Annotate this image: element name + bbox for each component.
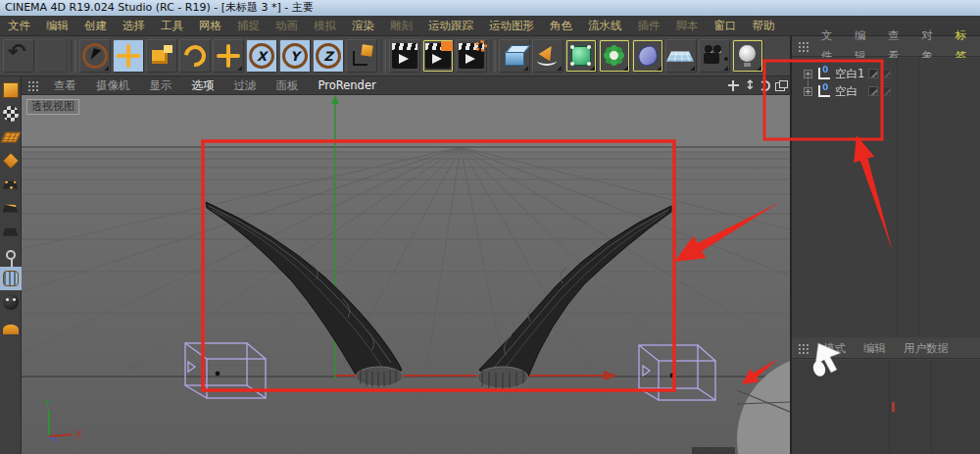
lt-makeeditable-icon[interactable] [0, 78, 22, 102]
menu-item[interactable]: 角色 [542, 16, 580, 36]
menu-item[interactable]: 选择 [115, 16, 153, 36]
spline-pen-icon[interactable] [532, 39, 564, 73]
menu-item[interactable]: 工具 [153, 16, 191, 36]
lt-snap-icon[interactable] [0, 290, 22, 314]
null-cube-right[interactable] [639, 345, 715, 400]
viewport-menu-item[interactable]: 摄像机 [86, 76, 140, 95]
mograph-icon[interactable] [599, 39, 630, 73]
render-view-icon[interactable] [389, 39, 420, 73]
menu-item[interactable]: 模拟 [306, 16, 344, 36]
viewport-menu-item[interactable]: 选项 [182, 76, 224, 95]
menu-item[interactable]: 运动跟踪 [420, 16, 481, 36]
lt-locked-icon[interactable] [0, 314, 22, 337]
render-settings-icon[interactable] [456, 39, 487, 73]
primitive-cube-icon[interactable] [499, 39, 530, 73]
null-cube-left[interactable] [185, 343, 266, 398]
menu-item[interactable]: 插件 [630, 16, 668, 36]
redo-icon[interactable] [36, 39, 68, 73]
panel-handle-icon[interactable] [798, 41, 808, 52]
z-axis-button[interactable]: Z [313, 39, 344, 73]
menu-item[interactable]: 帮助 [745, 16, 783, 36]
column-separator [897, 58, 898, 337]
light-icon[interactable] [732, 39, 763, 73]
select-arrow-icon[interactable] [79, 39, 111, 73]
menu-item[interactable]: 编辑 [38, 16, 76, 36]
null-center-dot [670, 374, 675, 378]
attribute-manager-menu-item[interactable]: 用户数据 [895, 338, 957, 359]
visibility-toggle-icon[interactable] [881, 69, 891, 78]
column-separator [889, 360, 890, 454]
y-axis-button[interactable]: Y [279, 39, 311, 73]
menu-item[interactable]: 文件 [0, 16, 38, 36]
object-manager-list[interactable]: 空白1 空白 [792, 58, 980, 337]
scale-tool-icon[interactable] [146, 39, 177, 73]
menu-item[interactable]: 捕捉 [229, 16, 268, 36]
viewport-menu-item[interactable]: 显示 [140, 76, 182, 95]
viewport-menu-item[interactable]: 过滤 [224, 76, 267, 95]
menu-item[interactable]: 网格 [191, 16, 229, 36]
pan-view-icon[interactable] [726, 78, 741, 93]
coord-system-icon[interactable] [346, 39, 377, 73]
lt-workplane-icon[interactable] [0, 149, 22, 173]
viewport-menu-item[interactable]: 查看 [44, 76, 86, 95]
perspective-viewport: 查看 摄像机 显示 选项 过滤 面板 ProRender [22, 76, 790, 454]
zoom-view-icon[interactable] [742, 78, 757, 93]
menu-item[interactable]: 创建 [76, 16, 115, 36]
mode-toolbar [0, 76, 22, 454]
lt-axis-icon[interactable] [0, 243, 22, 267]
main-toolbar: X Y Z [0, 36, 790, 76]
camera-icon[interactable] [699, 39, 730, 73]
object-name[interactable]: 空白 [835, 84, 858, 99]
subdivision-icon[interactable] [565, 39, 597, 73]
object-row-null1[interactable]: 空白1 [792, 65, 980, 82]
attribute-manager-menu-item[interactable]: 编辑 [855, 338, 895, 359]
column-separator [918, 58, 919, 337]
menu-item[interactable]: 运动图形 [481, 16, 542, 36]
view-label[interactable]: 透视视图 [26, 99, 79, 115]
panel-handle-icon[interactable] [27, 80, 40, 91]
menu-item[interactable]: 渲染 [344, 16, 382, 36]
lt-points-icon[interactable] [0, 173, 22, 196]
horn-right[interactable] [477, 206, 671, 389]
gizmo-y-label: Y [43, 398, 51, 409]
lt-solo-icon[interactable] [0, 267, 22, 290]
visibility-toggle-icon[interactable] [868, 69, 878, 78]
viewport-nav [725, 78, 788, 93]
lt-edges-icon[interactable] [0, 196, 22, 220]
rotate-view-icon[interactable] [758, 78, 772, 93]
menu-item[interactable]: 脚本 [668, 16, 707, 36]
render-picture-icon[interactable] [422, 39, 454, 73]
panel-handle-icon[interactable] [798, 343, 810, 354]
viewport-canvas[interactable]: Y X 透视视图 [22, 95, 790, 454]
floor-icon[interactable] [665, 39, 697, 73]
lt-polygons-icon[interactable] [0, 220, 22, 243]
deformer-icon[interactable] [632, 39, 663, 73]
viewport-menu-item[interactable]: 面板 [267, 76, 309, 95]
null-center-dot [216, 372, 220, 377]
lt-texture-icon[interactable] [0, 126, 22, 149]
toolbar-separator[interactable] [380, 39, 386, 73]
object-row-null2[interactable]: 空白 [792, 82, 980, 100]
menu-item[interactable]: 动画 [268, 16, 306, 36]
lt-model-icon[interactable] [0, 102, 22, 126]
last-tool-icon[interactable] [213, 39, 244, 73]
menu-item[interactable]: 流水线 [580, 16, 630, 36]
attribute-manager-menu-item[interactable]: 模式 [814, 338, 855, 359]
viewport-menu-item[interactable]: ProRender [309, 76, 386, 95]
viewport-menu-bar: 查看 摄像机 显示 选项 过滤 面板 ProRender [22, 76, 790, 95]
menu-item[interactable]: 雕刻 [382, 16, 420, 36]
menu-item[interactable]: 窗口 [707, 16, 745, 36]
x-axis-button[interactable]: X [246, 39, 277, 73]
move-tool-icon[interactable] [113, 39, 144, 73]
maximize-view-icon[interactable] [773, 78, 788, 93]
toolbar-separator[interactable] [490, 39, 496, 73]
visibility-toggle-icon[interactable] [881, 86, 891, 96]
attribute-manager-menu: 模式 编辑 用户数据 [792, 338, 980, 359]
attribute-manager-body[interactable] [792, 360, 980, 454]
undo-icon[interactable] [3, 39, 34, 73]
toolbar-separator[interactable] [71, 39, 76, 73]
object-name[interactable]: 空白1 [835, 67, 864, 81]
expand-icon[interactable] [804, 87, 812, 96]
visibility-toggle-icon[interactable] [868, 86, 878, 96]
rotate-tool-icon[interactable] [179, 39, 211, 73]
